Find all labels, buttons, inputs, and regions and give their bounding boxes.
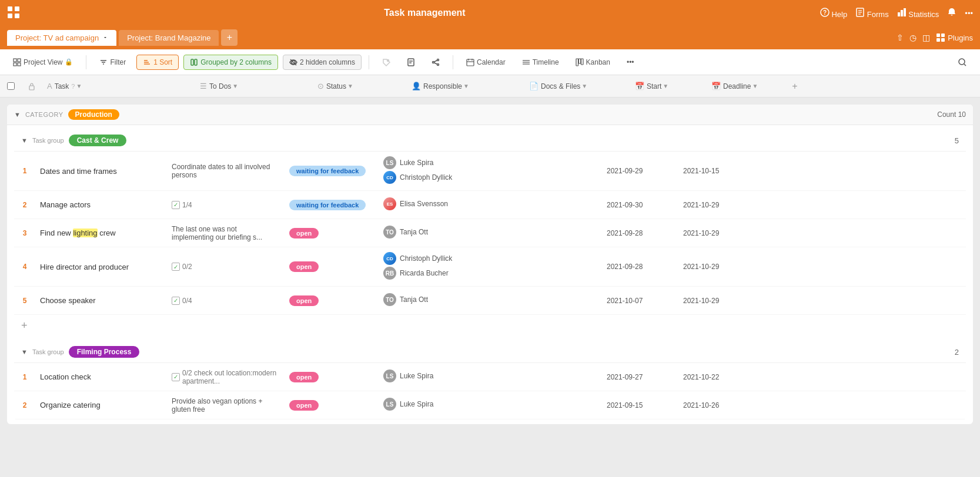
- avatar: LS: [383, 369, 396, 382]
- svg-rect-15: [936, 38, 940, 42]
- filming-group-label: Task group: [32, 348, 64, 355]
- help-icon: ?: [71, 83, 75, 90]
- table-row: 2 Organize catering Provide also vegan o…: [14, 391, 966, 419]
- svg-rect-27: [191, 59, 193, 65]
- task-name[interactable]: Location check: [35, 368, 167, 386]
- add-task-cast-row[interactable]: +: [14, 315, 966, 337]
- task-status[interactable]: open: [285, 395, 379, 415]
- svg-rect-47: [576, 59, 578, 66]
- toolbar: Project View 🔒 Filter 1 Sort Grouped by …: [0, 49, 980, 75]
- svg-rect-20: [18, 63, 21, 66]
- col-header-deadline[interactable]: 📅 Deadline ▼: [707, 82, 783, 90]
- category-toggle[interactable]: ▼: [14, 111, 21, 118]
- task-responsible: LS Luke Spira: [379, 393, 496, 417]
- avatar: TO: [383, 293, 396, 306]
- history-icon[interactable]: ◷: [909, 33, 917, 42]
- share-button[interactable]: [426, 55, 446, 69]
- task-num: 1: [14, 167, 35, 175]
- sort-button[interactable]: 1 Sort: [136, 55, 179, 70]
- checkbox-icon: ✓: [172, 201, 180, 209]
- note-button[interactable]: [401, 55, 421, 69]
- tab-brand-magazine[interactable]: Project: Brand Magazine: [119, 30, 219, 46]
- task-status[interactable]: open: [285, 257, 379, 277]
- svg-line-38: [434, 60, 437, 61]
- task-start: 2021-09-27: [602, 368, 678, 386]
- plugins-button[interactable]: Plugins: [936, 33, 973, 42]
- svg-rect-52: [29, 86, 34, 90]
- task-status[interactable]: open: [285, 291, 379, 311]
- calendar-button[interactable]: Calendar: [460, 55, 511, 69]
- task-group-header-filming: ▼ Task group Filming Process 2: [14, 341, 966, 363]
- statistics-button[interactable]: Statistics: [897, 8, 939, 19]
- task-start: 2021-09-28: [602, 258, 678, 276]
- task-status[interactable]: waiting for feedback: [285, 195, 379, 215]
- top-nav: Task management ? Help Forms Statistics …: [0, 0, 980, 26]
- task-docs: [496, 166, 602, 176]
- svg-rect-3: [15, 14, 19, 18]
- task-todos: Provide also vegan options + gluten free: [167, 392, 285, 418]
- forms-button[interactable]: Forms: [855, 8, 888, 19]
- select-all-checkbox[interactable]: [7, 82, 15, 90]
- task-group-label: Task group: [32, 137, 64, 144]
- separator-3: [453, 55, 453, 69]
- task-name[interactable]: Organize catering: [35, 396, 167, 414]
- table-row: 5 Choose speaker ✓ 0/4 open TO Tanja Ott: [14, 287, 966, 315]
- tag-button[interactable]: [376, 55, 396, 69]
- col-header-docs[interactable]: 📄 Docs & Files ▼: [524, 82, 630, 90]
- svg-rect-49: [581, 59, 583, 65]
- avatar: CD: [383, 171, 396, 184]
- task-name[interactable]: Find new lighting crew: [35, 224, 167, 242]
- task-start: 2021-09-30: [602, 196, 678, 214]
- task-responsible: TO Tanja Ott: [379, 288, 496, 313]
- col-header-task[interactable]: A Task ? ▼: [42, 82, 195, 90]
- task-start: 2021-10-07: [602, 292, 678, 310]
- task-num: 2: [14, 401, 35, 409]
- hidden-columns-button[interactable]: 2 hidden columns: [283, 55, 362, 70]
- add-column-button[interactable]: +: [783, 81, 807, 92]
- timeline-button[interactable]: Timeline: [516, 55, 565, 69]
- task-name[interactable]: Choose speaker: [35, 291, 167, 310]
- svg-rect-19: [14, 63, 16, 66]
- svg-rect-1: [15, 6, 19, 11]
- col-header-status[interactable]: ⊙ Status ▼: [313, 82, 407, 90]
- svg-rect-32: [408, 59, 414, 66]
- task-name[interactable]: Manage actors: [35, 196, 167, 214]
- task-status[interactable]: waiting for feedback: [285, 161, 379, 181]
- col-header-start[interactable]: 📅 Start ▼: [630, 82, 707, 90]
- kanban-button[interactable]: Kanban: [570, 55, 616, 69]
- task-start: 2021-09-15: [602, 397, 678, 414]
- notification-button[interactable]: [947, 8, 956, 19]
- project-view-button[interactable]: Project View 🔒: [7, 55, 79, 69]
- lock-icon: 🔒: [65, 58, 73, 66]
- task-docs: [496, 296, 602, 305]
- task-deadline: 2021-10-29: [678, 196, 755, 214]
- search-button[interactable]: [952, 55, 973, 70]
- grid-icon[interactable]: [7, 6, 20, 21]
- task-todos: ✓ 0/4: [167, 292, 285, 310]
- table-row: 3 Find new lighting crew The last one wa…: [14, 219, 966, 247]
- filming-group-toggle[interactable]: ▼: [21, 348, 28, 355]
- task-responsible: CD Christoph Dyllick RB Ricarda Bucher: [379, 247, 496, 286]
- export-icon[interactable]: ◫: [922, 33, 930, 42]
- checkbox-icon: ✓: [172, 263, 180, 271]
- col-header-todos[interactable]: ☰ To Dos ▼: [195, 82, 313, 90]
- col-header-responsible[interactable]: 👤 Responsible ▼: [407, 82, 524, 90]
- cast-group-toggle[interactable]: ▼: [21, 137, 28, 144]
- task-todos: ✓ 0/2: [167, 258, 285, 276]
- more-views-button[interactable]: •••: [621, 55, 640, 69]
- more-button[interactable]: •••: [965, 9, 973, 18]
- grouped-button[interactable]: Grouped by 2 columns: [183, 55, 278, 70]
- task-name[interactable]: Hire director and producer: [35, 258, 167, 276]
- tab-tv-campaign[interactable]: Project: TV ad campaign: [7, 30, 116, 46]
- filter-button[interactable]: Filter: [93, 55, 132, 69]
- task-deadline: 2021-10-29: [678, 292, 755, 310]
- task-name[interactable]: Dates and time frames: [35, 162, 167, 180]
- task-status[interactable]: open: [285, 223, 379, 243]
- svg-rect-0: [8, 6, 12, 11]
- task-status[interactable]: open: [285, 367, 379, 387]
- add-tab-button[interactable]: +: [221, 29, 238, 46]
- help-button[interactable]: ? Help: [820, 8, 847, 19]
- task-start: 2021-09-28: [602, 224, 678, 242]
- share-icon[interactable]: ⇧: [897, 33, 904, 42]
- task-num: 4: [14, 263, 35, 271]
